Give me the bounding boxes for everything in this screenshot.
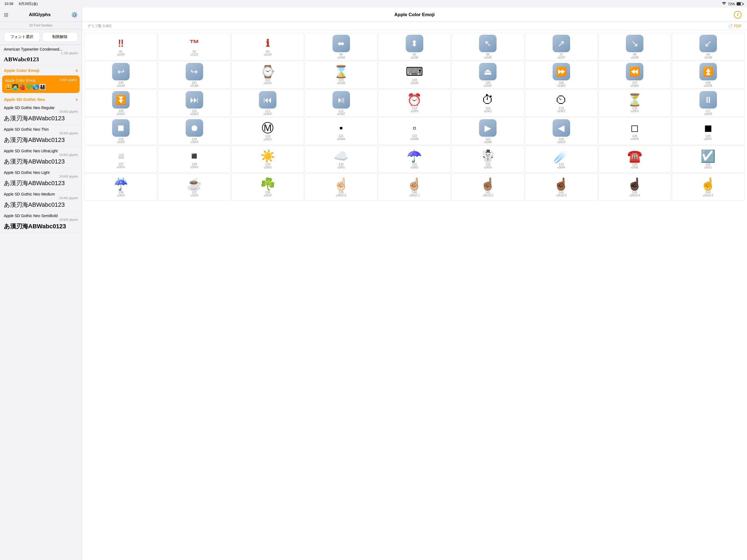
glyph-cell[interactable]: ⏲ 115 u23F2 (525, 89, 598, 117)
glyph-icon: ↩ (112, 63, 130, 80)
glyph-icon: ↘ (626, 35, 643, 52)
glyph-cell[interactable]: Ⓜ 120 u24C2 (231, 117, 304, 145)
font-group-apple-sd-gothic-neo[interactable]: Apple SD Gothic Neo ∨ (0, 94, 82, 103)
glyph-cell[interactable]: ⏮ 111 u23EE (231, 89, 304, 117)
glyph-cell[interactable]: ☝ 144 u261D.5 (672, 173, 745, 201)
glyph-cell[interactable]: ℹ 93 u2139 (231, 33, 304, 60)
glyph-cell[interactable]: ⬌ 94 u2194 (305, 33, 377, 60)
glyph-cell[interactable]: ▪ 121 u25AA (305, 117, 377, 145)
glyph-cell[interactable]: ☔ 136 u2614 (84, 173, 157, 201)
glyph-cell[interactable]: ☑️ 135 u2611 (672, 146, 745, 173)
font-glyph-count: 18,662 glyphs (4, 153, 78, 156)
glyph-cell[interactable]: ☝🏻 139 u261D.0 (305, 173, 377, 201)
glyph-cell[interactable]: ⏭ 110 u23ED (158, 89, 231, 117)
glyph-cell[interactable]: ↩ 100 u21A9 (84, 61, 157, 88)
glyph-cell[interactable]: ⏱ 114 u23F1 (452, 89, 524, 117)
glyph-cell[interactable]: ☝🏼 140 u261D.1 (378, 173, 451, 201)
glyph-cell[interactable]: ▫ 122 u25AB (378, 117, 451, 145)
glyph-cell[interactable]: ◀ 124 u25C0 (525, 117, 598, 145)
info-button[interactable]: i (734, 11, 742, 19)
glyph-square: ▫ (413, 122, 416, 134)
glyph-code: u23EC (117, 112, 125, 116)
glyph-cell[interactable]: ⏸ 117 u23F8 (672, 89, 745, 117)
glyph-code: u2199 (704, 56, 712, 59)
sidebar-header: ⊞ AllGlyphs ⚙️ (0, 8, 82, 22)
glyph-cell[interactable]: ☀️ 129 u2600 (231, 146, 304, 173)
glyph-cell[interactable]: ↖ 96 u2196 (452, 33, 524, 60)
glyph-cell[interactable]: ☕ 137 u2615 (158, 173, 231, 201)
glyph-emoji: ☂️ (407, 150, 422, 162)
glyph-code: u2198 (631, 56, 639, 59)
glyph-cell[interactable]: ☝🏿 143 u261D.4 (598, 173, 671, 201)
glyph-cell[interactable]: ◻ 125 u25FB (598, 117, 671, 145)
font-item-sd-light[interactable]: Apple SD Gothic Neo Light 18,662 glyphs … (0, 168, 82, 190)
glyph-cell[interactable]: ⏬ 109 u23EC (84, 89, 157, 117)
font-item-apple-color-emoji-selected[interactable]: Apple Color Emoji 3,902 glyphs 😀🧑‍💻🍓💚🌎👨‍… (2, 75, 80, 93)
glyph-code: u2328 (411, 81, 418, 84)
glyph-cell[interactable]: ↙ 99 u2199 (672, 33, 745, 60)
font-item-sd-ultralight[interactable]: Apple SD Gothic Neo UltraLight 18,662 gl… (0, 147, 82, 168)
glyph-number: 143 (632, 190, 637, 194)
glyph-cell[interactable]: ↘ 98 u2198 (598, 33, 671, 60)
glyph-cell[interactable]: ⌛ 103 u231B (305, 61, 377, 88)
glyph-cell[interactable]: ⏺ 119 u23FA (158, 117, 231, 145)
glyph-cell[interactable]: ⌚ 102 u231A (231, 61, 304, 88)
glyph-cell[interactable]: ⏯ 112 u23EF (305, 89, 377, 117)
glyph-cell[interactable]: ⏩ 106 u23E9 (525, 61, 598, 88)
settings-icon[interactable]: ⚙️ (71, 11, 78, 18)
restriction-remove-button[interactable]: 制限解除 (42, 32, 78, 42)
pdf-button[interactable]: 📄 PDF (728, 24, 742, 28)
font-item-sd-medium[interactable]: Apple SD Gothic Neo Medium 18,662 glyphs… (0, 190, 82, 211)
font-glyph-count: 1,195 glyphs (4, 51, 78, 55)
glyph-cell[interactable]: ◽ 127 u25FD (84, 146, 157, 173)
glyph-cell[interactable]: ⏫ 108 u23EB (672, 61, 745, 88)
font-glyph-count: 18,662 glyphs (4, 131, 78, 135)
glyph-emoji: ☎️ (627, 150, 642, 162)
font-list: American Typewriter Condensed... 1,195 g… (0, 45, 82, 560)
glyph-code: u23EB (704, 84, 712, 87)
font-group-apple-color-emoji[interactable]: Apple Color Emoji ∨ (0, 65, 82, 74)
glyph-cell[interactable]: ⌨ 104 u2328 (378, 61, 451, 88)
glyph-cell[interactable]: ⏪ 107 u23EA (598, 61, 671, 88)
font-group-name-sd: Apple SD Gothic Neo (4, 97, 45, 102)
glyph-emoji: ⌚ (260, 66, 275, 78)
glyph-code: u23F0 (411, 110, 418, 113)
glyph-emoji: ☝ (700, 178, 716, 190)
glyph-code: u2615 (190, 194, 198, 197)
glyph-cell[interactable]: ☝🏾 142 u261D.3 (525, 173, 598, 201)
glyph-cell[interactable]: ◼ 126 u25FC (672, 117, 745, 145)
glyph-icon: ⏭ (186, 91, 203, 108)
glyph-cell[interactable]: ⬍ 95 u2195 (378, 33, 451, 60)
glyph-cell[interactable]: ☃️ 132 u2603 (452, 146, 524, 173)
glyph-cell[interactable]: ⏹ 118 u23F9 (84, 117, 157, 145)
glyph-emoji: Ⓜ (262, 122, 274, 134)
glyph-cell[interactable]: ⏰ 113 u23F0 (378, 89, 451, 117)
glyph-cell[interactable]: ◾ 128 u25FE (158, 146, 231, 173)
glyph-code: u2618 (264, 194, 272, 197)
font-select-button[interactable]: フォント選択 (4, 32, 40, 42)
glyph-cell[interactable]: ☂️ 131 u2602 (378, 146, 451, 173)
font-item-sd-thin[interactable]: Apple SD Gothic Neo Thin 18,662 glyphs あ… (0, 125, 82, 147)
glyph-number: 93 (266, 50, 269, 53)
glyph-cell[interactable]: ☝🏽 141 u261D.2 (452, 173, 524, 201)
sidebar-toggle-icon[interactable]: ⊞ (4, 11, 8, 18)
glyph-code: u23F2 (558, 110, 565, 113)
font-item-sd-regular[interactable]: Apple SD Gothic Neo Regular 18,662 glyph… (0, 103, 82, 125)
glyph-cell[interactable]: ☘️ 138 u2618 (231, 173, 304, 201)
glyph-cell[interactable]: ↗ 97 u2197 (525, 33, 598, 60)
glyph-cell[interactable]: ☄️ 133 u2604 (525, 146, 598, 173)
app-container: ⊞ AllGlyphs ⚙️ 82 Font families フォント選択 制… (0, 8, 747, 560)
glyph-code: u21AA (190, 84, 199, 87)
glyph-cell[interactable]: ☁️ 130 u2601 (305, 146, 377, 173)
glyph-cell[interactable]: ‼️ 91 u2049 (84, 33, 157, 60)
font-item-american-typewriter[interactable]: American Typewriter Condensed... 1,195 g… (0, 45, 82, 65)
glyph-number: 99 (706, 53, 710, 56)
glyph-cell[interactable]: ⏏ 105 u23CF (452, 61, 524, 88)
glyph-cell[interactable]: ⏳ 116 u23F3 (598, 89, 671, 117)
font-item-sd-semibold[interactable]: Apple SD Gothic Neo SemiBold 18,662 glyp… (0, 211, 82, 233)
glyph-cell[interactable]: ☎️ 134 u260E (598, 146, 671, 173)
glyph-cell[interactable]: ▶ 123 u25B6 (452, 117, 524, 145)
glyph-cell[interactable]: ↪ 101 u21AA (158, 61, 231, 88)
glyph-number: 135 (706, 163, 711, 166)
glyph-cell[interactable]: ™ 92 u2122 (158, 33, 231, 60)
